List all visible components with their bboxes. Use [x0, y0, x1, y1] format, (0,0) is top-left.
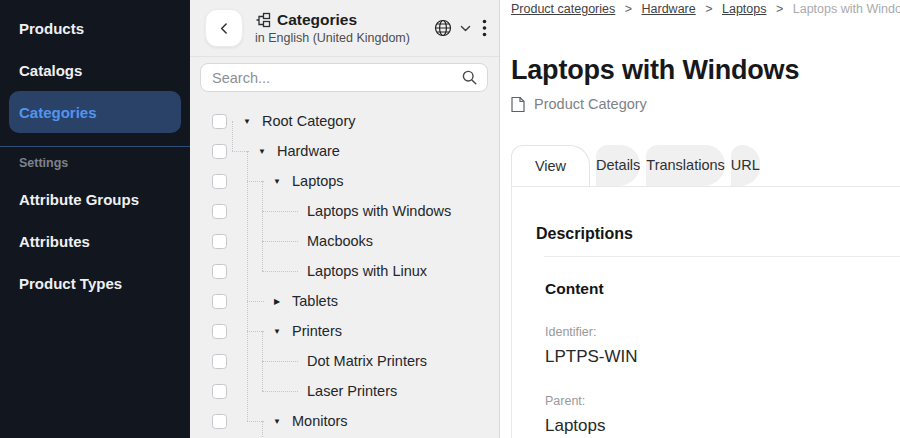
- breadcrumb-link[interactable]: Product categories: [511, 2, 615, 16]
- globe-icon: [433, 18, 453, 38]
- sidebar-item[interactable]: Catalogs: [9, 49, 181, 91]
- search-icon: [461, 69, 478, 86]
- breadcrumb-separator: >: [625, 2, 632, 16]
- tree-row[interactable]: Dot Matrix Printers: [190, 346, 499, 376]
- sidebar-item[interactable]: Product Types: [9, 262, 181, 304]
- breadcrumb-item-wrap: Hardware >: [642, 2, 722, 16]
- row-checkbox[interactable]: [212, 114, 227, 129]
- field-value: Laptops: [545, 416, 876, 436]
- tree-row[interactable]: ▼ Monitors: [190, 406, 499, 436]
- breadcrumb-item-wrap: Laptops >: [722, 2, 793, 16]
- sidebar-settings-nav: Attribute Groups Attributes Product Type…: [0, 178, 190, 304]
- breadcrumb-link[interactable]: Hardware: [642, 2, 696, 16]
- breadcrumb: Product categories > Hardware > Laptops …: [511, 0, 900, 16]
- expander-triangle-icon[interactable]: ▼: [272, 327, 282, 336]
- tree-row[interactable]: ▶ Tablets: [190, 286, 499, 316]
- expander-triangle-icon[interactable]: ▼: [242, 117, 252, 126]
- expander-triangle-icon[interactable]: ▼: [257, 147, 267, 156]
- section-title: Descriptions: [536, 225, 876, 243]
- row-checkbox[interactable]: [212, 174, 227, 189]
- tab[interactable]: URL: [731, 145, 760, 186]
- hierarchy-icon: [255, 12, 271, 28]
- expander-triangle-icon[interactable]: ▼: [272, 417, 282, 426]
- tree-row[interactable]: ▼ Laptops: [190, 166, 499, 196]
- tree-search: [200, 63, 488, 92]
- row-checkbox[interactable]: [212, 204, 227, 219]
- document-icon: [511, 96, 525, 113]
- tree-rows: ▼ Root Category ▼ Hardware ▼ Laptops Lap…: [190, 106, 499, 436]
- tab-label: Details: [596, 157, 640, 173]
- tab[interactable]: Translations: [646, 145, 724, 186]
- row-checkbox[interactable]: [212, 294, 227, 309]
- sidebar-item-label: Catalogs: [19, 62, 82, 79]
- row-checkbox[interactable]: [212, 414, 227, 429]
- tree-row[interactable]: Laptops with Windows: [190, 196, 499, 226]
- tree-row[interactable]: Laser Printers: [190, 376, 499, 406]
- tab-content-panel: Descriptions Content Identifier: LPTPS-W…: [511, 186, 900, 438]
- kebab-menu-icon: [482, 19, 487, 37]
- tree-panel-actions: [433, 18, 487, 38]
- row-checkbox[interactable]: [212, 264, 227, 279]
- field: Identifier: LPTPS-WIN: [536, 325, 876, 367]
- sidebar-item[interactable]: Attribute Groups: [9, 178, 181, 220]
- expander-triangle-icon[interactable]: ▼: [272, 177, 282, 186]
- row-checkbox[interactable]: [212, 324, 227, 339]
- field-label: Parent:: [545, 394, 876, 408]
- entity-type-label: Product Category: [534, 96, 647, 112]
- tree-panel-header: Categories in English (United Kingdom): [190, 0, 499, 57]
- category-tree: ▼ Root Category ▼ Hardware ▼ Laptops Lap…: [190, 106, 499, 436]
- expander-triangle-icon[interactable]: ▶: [272, 297, 282, 306]
- row-checkbox[interactable]: [212, 354, 227, 369]
- tab-label: URL: [731, 157, 760, 173]
- sidebar-item-label: Product Types: [19, 275, 122, 292]
- tree-row[interactable]: Macbooks: [190, 226, 499, 256]
- tree-node-label: Laptops with Linux: [307, 263, 427, 279]
- sidebar-item[interactable]: Categories: [9, 91, 181, 133]
- tab[interactable]: Details: [596, 145, 640, 186]
- tree-panel-title: Categories: [277, 11, 357, 29]
- tree-row[interactable]: Laptops with Linux: [190, 256, 499, 286]
- tree-node-label: Root Category: [262, 113, 356, 129]
- tab-label: View: [535, 158, 566, 174]
- tab-label: Translations: [646, 157, 724, 173]
- breadcrumb-separator: >: [705, 2, 712, 16]
- field-label: Identifier:: [545, 325, 876, 339]
- category-detail-panel: Product categories > Hardware > Laptops …: [500, 0, 900, 438]
- breadcrumb-link[interactable]: Laptops with Windows: [793, 2, 900, 16]
- sidebar-item[interactable]: Products: [9, 7, 181, 49]
- tree-node-label: Printers: [292, 323, 342, 339]
- sidebar-item-label: Attribute Groups: [19, 191, 139, 208]
- field: Parent: Laptops: [536, 394, 876, 436]
- overflow-menu-button[interactable]: [482, 19, 487, 37]
- language-selector[interactable]: [433, 18, 472, 38]
- sidebar-item[interactable]: Attributes: [9, 220, 181, 262]
- sidebar-item-label: Products: [19, 20, 84, 37]
- row-checkbox[interactable]: [212, 144, 227, 159]
- subsection-title: Content: [545, 280, 876, 298]
- breadcrumb-separator: >: [776, 2, 783, 16]
- breadcrumb-item-wrap: Product categories >: [511, 2, 642, 16]
- tree-row[interactable]: ▼ Root Category: [190, 106, 499, 136]
- tree-node-label: Laptops with Windows: [307, 203, 451, 219]
- section-divider: [544, 256, 900, 257]
- row-checkbox[interactable]: [212, 384, 227, 399]
- detail-tabs: View Details Translations URL: [511, 145, 900, 186]
- entity-type-row: Product Category: [511, 96, 900, 113]
- sidebar-section-label: Settings: [0, 147, 190, 178]
- row-checkbox[interactable]: [212, 234, 227, 249]
- chevron-left-icon: [218, 22, 231, 35]
- category-tree-panel: Categories in English (United Kingdom): [190, 0, 500, 438]
- tab[interactable]: View: [511, 145, 590, 186]
- tree-node-label: Laptops: [292, 173, 344, 189]
- tree-node-label: Dot Matrix Printers: [307, 353, 427, 369]
- back-button[interactable]: [205, 9, 243, 47]
- tree-panel-locale: in English (United Kingdom): [255, 31, 410, 45]
- tree-node-label: Macbooks: [307, 233, 373, 249]
- tree-node-label: Hardware: [277, 143, 340, 159]
- tree-row[interactable]: ▼ Printers: [190, 316, 499, 346]
- search-input[interactable]: [212, 70, 461, 86]
- chevron-down-icon: [459, 22, 472, 35]
- tree-row[interactable]: ▼ Hardware: [190, 136, 499, 166]
- breadcrumb-link[interactable]: Laptops: [722, 2, 766, 16]
- page-title: Laptops with Windows: [511, 56, 900, 86]
